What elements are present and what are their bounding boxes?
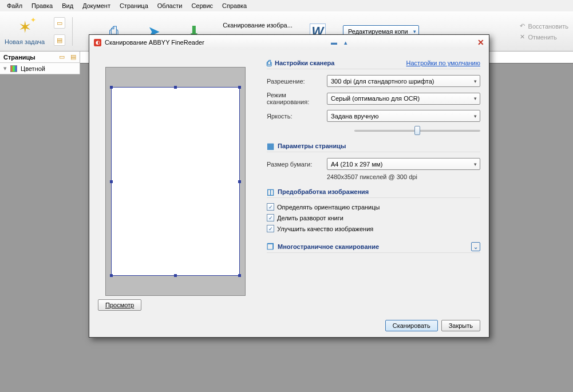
- side-panel: Страницы ▭ ▤ ▾ Цветной: [0, 52, 80, 74]
- cancel-button: ✕ Отменить: [520, 33, 568, 41]
- dialog-titlebar[interactable]: ◐ Сканирование ABBYY FineReader ▬ ▴ ✕: [89, 35, 489, 50]
- app-icon: ◐: [94, 39, 101, 46]
- close-button-label: Закрыть: [449, 322, 473, 329]
- new-task-label: Новая задача: [5, 38, 45, 45]
- menu-file[interactable]: Файл: [3, 1, 26, 10]
- resolution-label: Разрешение:: [267, 78, 327, 85]
- mode-value: Серый (оптимально для OCR): [331, 95, 420, 102]
- checkbox-icon[interactable]: ✓: [267, 214, 274, 221]
- paper-label: Размер бумаги:: [267, 161, 327, 168]
- settings-pane: ⎙ Настройки сканера Настройки по умолчан…: [261, 50, 489, 337]
- handle-b[interactable]: [174, 274, 177, 277]
- brightness-combo[interactable]: Задана вручную: [327, 110, 480, 122]
- mode-combo[interactable]: Серый (оптимально для OCR): [327, 93, 480, 105]
- orient-check-row[interactable]: ✓ Определять ориентацию страницы: [267, 203, 480, 211]
- cancel-label: Отменить: [528, 34, 557, 41]
- menu-areas[interactable]: Области: [153, 1, 187, 10]
- checkbox-icon[interactable]: ✓: [267, 203, 274, 211]
- close-button[interactable]: Закрыть: [441, 320, 480, 331]
- split-check-row[interactable]: ✓ Делить разворот книги: [267, 214, 480, 221]
- pixel-info: 2480x3507 пикселей @ 300 dpi: [327, 172, 480, 180]
- cancel-x-icon: ✕: [520, 33, 525, 41]
- paper-value: A4 (210 x 297 мм): [331, 161, 382, 168]
- menu-bar: Файл Правка Вид Документ Страница Област…: [0, 0, 573, 11]
- multi-section-head[interactable]: ❐ Многостраничное сканирование ⌄: [267, 242, 480, 253]
- save-doc-icon[interactable]: ▤: [54, 34, 65, 46]
- menu-help[interactable]: Справка: [218, 1, 251, 10]
- scan-label: Сканирование изобра...: [223, 22, 293, 29]
- multi-head-label: Многостраничное сканирование: [278, 243, 379, 250]
- resolution-value: 300 dpi (для стандартного шрифта): [331, 78, 434, 85]
- detail-icon[interactable]: ▤: [70, 53, 76, 61]
- brightness-value: Задана вручную: [331, 113, 378, 120]
- defaults-link[interactable]: Настройки по умолчанию: [406, 60, 480, 66]
- brightness-slider[interactable]: [354, 125, 480, 136]
- open-doc-icon[interactable]: ▭: [54, 17, 65, 29]
- preview-button-label: Просмотр: [105, 302, 134, 308]
- handle-r[interactable]: [238, 180, 241, 183]
- handle-t[interactable]: [174, 86, 177, 89]
- close-icon[interactable]: ✕: [477, 38, 484, 47]
- enhance-check-row[interactable]: ✓ Улучшить качество изображения: [267, 225, 480, 232]
- preview-box: [105, 67, 246, 296]
- pre-section-head: ◫ Предобработка изображения: [267, 187, 480, 198]
- preview-pane: Просмотр: [89, 50, 261, 337]
- separator: [72, 17, 73, 46]
- handle-l[interactable]: [110, 180, 113, 183]
- restore-button: ↶ Восстановить: [520, 22, 568, 30]
- handle-tl[interactable]: [110, 86, 113, 89]
- preview-button[interactable]: Просмотр: [98, 299, 141, 311]
- restore-label: Восстановить: [528, 23, 568, 30]
- maximize-icon[interactable]: ▴: [344, 39, 347, 46]
- scanner-sec-icon: ⎙: [267, 58, 271, 68]
- scanner-head-label: Настройки сканера: [275, 60, 334, 66]
- pre-sec-icon: ◫: [267, 187, 274, 196]
- handle-bl[interactable]: [110, 274, 113, 277]
- pre-head-label: Предобработка изображения: [278, 188, 369, 195]
- page-sec-icon: ▦: [267, 141, 274, 151]
- menu-doc[interactable]: Документ: [78, 1, 114, 10]
- scanner-section-head: ⎙ Настройки сканера Настройки по умолчан…: [267, 58, 480, 69]
- scan-button-label: Сканировать: [393, 322, 430, 329]
- view-mode-label[interactable]: Цветной: [21, 65, 45, 72]
- page-head-label: Параметры страницы: [278, 142, 346, 149]
- color-swatch-icon: [10, 65, 17, 72]
- slider-thumb[interactable]: [414, 126, 420, 135]
- chevron-down-icon[interactable]: ▾: [3, 65, 7, 72]
- page-preview[interactable]: [111, 87, 240, 276]
- orient-label: Определять ориентацию страницы: [277, 204, 380, 211]
- brightness-label: Яркость:: [267, 113, 327, 120]
- wand-icon: ✶✦: [18, 18, 31, 37]
- scan-button[interactable]: Сканировать: [385, 320, 438, 331]
- undo-icon: ↶: [520, 22, 525, 30]
- checkbox-icon[interactable]: ✓: [267, 225, 274, 232]
- menu-view[interactable]: Вид: [58, 1, 77, 10]
- menu-service[interactable]: Сервис: [187, 1, 217, 10]
- menu-page[interactable]: Страница: [116, 1, 152, 10]
- pages-title: Страницы: [3, 54, 35, 61]
- minimize-icon[interactable]: ▬: [331, 39, 337, 46]
- expand-icon[interactable]: ⌄: [471, 242, 480, 251]
- paper-combo[interactable]: A4 (210 x 297 мм): [327, 158, 480, 170]
- menu-edit[interactable]: Правка: [27, 1, 57, 10]
- multi-sec-icon: ❐: [267, 242, 274, 251]
- new-task-button[interactable]: ✶✦ Новая задача: [5, 18, 45, 45]
- mode-label: Режим сканирования:: [267, 92, 327, 105]
- thumb-icon[interactable]: ▭: [59, 53, 65, 61]
- scan-dialog: ◐ Сканирование ABBYY FineReader ▬ ▴ ✕: [89, 34, 489, 338]
- handle-br[interactable]: [238, 274, 241, 277]
- handle-tr[interactable]: [238, 86, 241, 89]
- dialog-title: Сканирование ABBYY FineReader: [105, 39, 204, 46]
- page-section-head: ▦ Параметры страницы: [267, 141, 480, 152]
- enhance-label: Улучшить качество изображения: [277, 225, 373, 232]
- resolution-combo[interactable]: 300 dpi (для стандартного шрифта): [327, 75, 480, 87]
- split-label: Делить разворот книги: [277, 215, 343, 221]
